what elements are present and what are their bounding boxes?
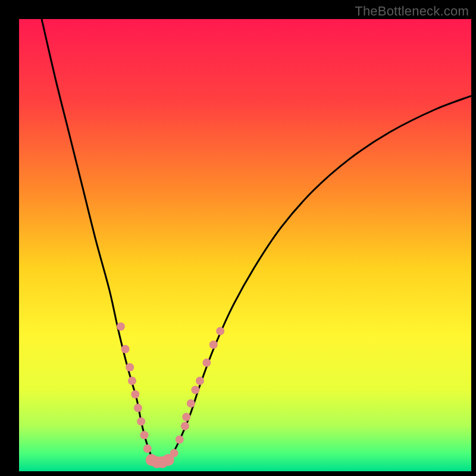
bottleneck-curve bbox=[42, 19, 471, 464]
marker-dot bbox=[131, 390, 139, 399]
marker-dot bbox=[143, 444, 152, 453]
marker-dot bbox=[170, 449, 178, 458]
marker-dot bbox=[196, 377, 204, 385]
marker-dot bbox=[216, 327, 224, 335]
marker-dots bbox=[117, 322, 224, 468]
marker-dot bbox=[182, 413, 190, 421]
marker-dot bbox=[128, 377, 136, 385]
marker-dot bbox=[126, 363, 134, 371]
marker-dot bbox=[191, 386, 199, 394]
marker-dot bbox=[134, 404, 142, 412]
chart-frame: TheBottleneck.com bbox=[0, 0, 476, 476]
marker-dot bbox=[137, 417, 145, 425]
curve-layer bbox=[19, 19, 471, 471]
marker-dot bbox=[176, 436, 184, 444]
plot-area bbox=[19, 19, 471, 471]
marker-dot bbox=[121, 345, 130, 353]
marker-dot bbox=[117, 322, 125, 331]
marker-dot bbox=[187, 399, 195, 408]
marker-dot bbox=[209, 340, 218, 349]
marker-dot bbox=[181, 422, 189, 430]
marker-dot bbox=[202, 359, 211, 367]
marker-dot bbox=[140, 431, 149, 439]
watermark-text: TheBottleneck.com bbox=[355, 4, 469, 19]
